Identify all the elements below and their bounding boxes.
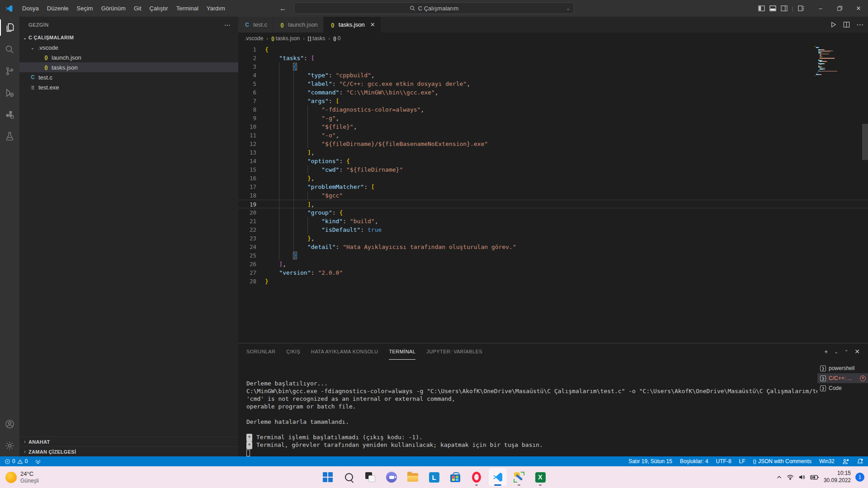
battery-icon[interactable] [810, 474, 819, 480]
tab-tasks.json[interactable]: {}tasks.json✕ [324, 17, 381, 33]
terminal-instance-powershell[interactable]: ❯powershell [817, 363, 868, 373]
tab-launch.json[interactable]: {}launch.json [273, 17, 324, 33]
customize-layout-icon[interactable] [798, 5, 805, 12]
taskbar-icon-opera[interactable] [467, 468, 486, 486]
tree-item-test.exe[interactable]: ≣test.exe [19, 82, 238, 92]
panel-tab-çikiş[interactable]: ÇIKIŞ [286, 343, 300, 360]
taskbar-icon-vscode[interactable] [489, 468, 507, 486]
status-boşluklar-4[interactable]: Boşluklar: 4 [680, 458, 708, 465]
menu-item-düzenle[interactable]: Düzenle [43, 0, 73, 17]
status-json-with-comments[interactable]: {}JSON with Comments [753, 458, 811, 465]
code-line-6: 6 "command": "C:\\MinGW\\bin\\gcc.exe", [238, 88, 868, 97]
history-back-button[interactable]: ← [279, 5, 287, 13]
volume-icon[interactable] [798, 474, 806, 480]
panel-tab-sorunlar[interactable]: SORUNLAR [246, 343, 275, 360]
restore-button[interactable] [830, 0, 849, 17]
tree-item-test.c[interactable]: Ctest.c [19, 72, 238, 82]
command-center-search[interactable]: C Çalışmalarım ⌄ [294, 2, 574, 14]
breadcrumb-item-tasks[interactable]: [ ]tasks [308, 35, 325, 42]
activity-source-control-icon[interactable] [0, 60, 19, 82]
toggle-sidebar-icon[interactable] [758, 5, 765, 12]
code-line-3: 3 { [238, 62, 868, 71]
code-line-25: 25 } [238, 251, 868, 260]
terminal-icon: ❯ [820, 385, 826, 391]
minimap[interactable] [815, 46, 864, 76]
activity-search-icon[interactable] [0, 38, 19, 60]
status-satır-19-sütun-15[interactable]: Satır 19, Sütun 15 [628, 458, 672, 465]
command-decoration[interactable]: * [246, 441, 252, 449]
taskbar-icon-l-app[interactable]: L [425, 468, 443, 486]
close-panel-icon[interactable]: ✕ [854, 348, 860, 355]
terminal-instance-code[interactable]: ❯Code [817, 383, 868, 393]
terminal-instance-c-c-...[interactable]: ❯C/C++: ...✕ [817, 373, 868, 383]
editor-scrollbar[interactable] [862, 124, 868, 160]
menu-item-çalıştır[interactable]: Çalıştır [146, 0, 172, 17]
explorer-actions-icon[interactable]: ⋯ [224, 21, 231, 28]
toggle-panel-icon[interactable] [769, 5, 776, 12]
menu-item-git[interactable]: Git [130, 0, 146, 17]
breadcrumb-item-0[interactable]: {}0 [333, 35, 340, 42]
command-decoration[interactable]: * [246, 434, 252, 441]
status-utf-8[interactable]: UTF-8 [716, 458, 731, 465]
tray-expand-icon[interactable] [776, 474, 782, 480]
notifications-bell-icon[interactable] [857, 458, 863, 465]
taskbar-icon-devtools[interactable] [510, 468, 528, 486]
menu-item-terminal[interactable]: Terminal [172, 0, 203, 17]
chevron-down-icon: ⌄ [566, 6, 570, 11]
feedback-icon[interactable] [842, 458, 849, 465]
close-button[interactable]: ✕ [849, 0, 868, 17]
close-tab-icon[interactable]: ✕ [370, 21, 375, 28]
activity-explorer-icon[interactable] [0, 17, 19, 38]
activity-account-icon[interactable] [0, 413, 19, 435]
panel-tab-termi-nal[interactable]: TERMİNAL [389, 343, 415, 360]
tab-test.c[interactable]: Ctest.c [238, 17, 273, 33]
code-editor[interactable]: 1{2 "tasks": [3 {4 "type": "cppbuild",5 … [238, 44, 868, 343]
weather-widget[interactable]: 24°C Güneşli [5, 466, 39, 488]
split-editor-icon[interactable] [843, 21, 850, 28]
activity-settings-icon[interactable] [0, 435, 19, 456]
new-terminal-icon[interactable]: + [824, 348, 828, 355]
terminal-dropdown-icon[interactable]: ⌄ [834, 349, 838, 354]
notification-badge[interactable]: 1 [855, 473, 864, 482]
clock-widget[interactable]: 10:15 30.09.2022 [824, 470, 851, 484]
panel-tab-hata-ayiklama-konsolu[interactable]: HATA AYIKLAMA KONSOLU [311, 343, 378, 360]
taskbar-icon-excel[interactable]: X [531, 468, 549, 486]
maximize-panel-icon[interactable]: ⌃ [844, 349, 848, 354]
code-line-16: 16 }, [238, 174, 868, 183]
panel-tab-jupyter-vari-ables[interactable]: JUPYTER: VARİABLES [426, 343, 482, 360]
minimize-button[interactable]: – [811, 0, 830, 17]
status-lf[interactable]: LF [739, 458, 745, 465]
json-file-icon: {} [42, 65, 49, 70]
menu-item-seçim[interactable]: Seçim [73, 0, 97, 17]
breadcrumb-item-tasks.json[interactable]: {}tasks.json [271, 35, 300, 42]
activity-run-debug-icon[interactable] [0, 82, 19, 103]
taskbar-icon-task-view[interactable] [361, 468, 379, 486]
workspace-section-header[interactable]: ⌄ C ÇALIŞMALARIM [19, 33, 238, 42]
activity-extensions-icon[interactable] [0, 103, 19, 125]
problems-indicator[interactable]: 0 0 [5, 458, 28, 465]
sidebar-section-anahat[interactable]: ›ANAHAT [19, 436, 238, 446]
more-actions-icon[interactable]: ⋯ [856, 20, 863, 29]
breadcrumb-item-.vscode[interactable]: .vscode [245, 35, 263, 42]
sidebar-section-zaman-çi-zelgesi-[interactable]: ›ZAMAN ÇİZELGESİ [19, 446, 238, 456]
tree-item-tasks.json[interactable]: {}tasks.json [19, 62, 238, 72]
terminal-output[interactable]: Derleme başlatılıyor...C:\MinGW\bin\gcc.… [238, 360, 817, 456]
tree-item-.vscode[interactable]: ⌄.vscode [19, 42, 238, 52]
taskbar-icon-chat[interactable] [382, 468, 401, 486]
terminal-icon: ❯ [820, 375, 826, 381]
toggle-secondary-sidebar-icon[interactable] [781, 5, 788, 12]
wifi-icon[interactable] [787, 474, 794, 480]
activity-testing-icon[interactable] [0, 125, 19, 147]
taskbar-icon-file-explorer[interactable] [404, 468, 422, 486]
menu-item-görünüm[interactable]: Görünüm [97, 0, 130, 17]
ports-broadcast-icon[interactable] [35, 458, 41, 465]
line-number: 16 [238, 174, 256, 183]
taskbar-icon-store[interactable] [446, 468, 464, 486]
menu-item-yardım[interactable]: Yardım [203, 0, 229, 17]
status-win32[interactable]: Win32 [819, 458, 835, 465]
tree-item-launch.json[interactable]: {}launch.json [19, 52, 238, 62]
menu-item-dosya[interactable]: Dosya [18, 0, 43, 17]
run-code-icon[interactable] [830, 21, 837, 28]
taskbar-icon-start[interactable] [319, 468, 337, 486]
taskbar-icon-search[interactable] [340, 468, 358, 486]
